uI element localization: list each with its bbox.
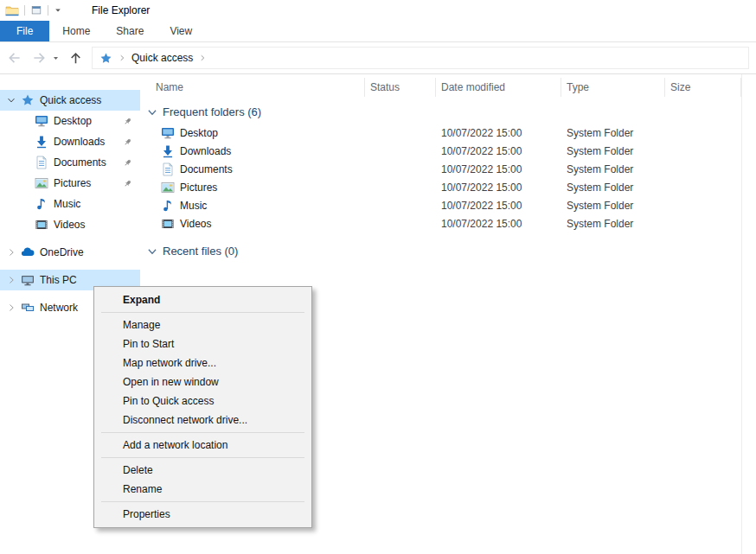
toolbar-separator	[48, 5, 48, 16]
explorer-app-icon[interactable]	[5, 3, 19, 17]
context-menu-item-manage[interactable]: Manage	[94, 315, 311, 334]
file-date-modified: 10/07/2022 15:00	[436, 127, 561, 139]
sidebar-item-label: OneDrive	[40, 246, 84, 258]
pin-icon	[123, 158, 132, 168]
file-date-modified: 10/07/2022 15:00	[436, 163, 561, 175]
address-bar[interactable]: Quick access	[92, 47, 749, 69]
documents-icon	[35, 156, 48, 169]
file-date-modified: 10/07/2022 15:00	[436, 200, 561, 212]
group-header-frequent-folders[interactable]: Frequent folders (6)	[147, 105, 756, 118]
file-rows: Desktop 10/07/2022 15:00 System Folder D…	[140, 124, 756, 232]
sidebar-item-pictures[interactable]: Pictures	[0, 173, 140, 194]
tab-view[interactable]: View	[157, 21, 205, 41]
context-menu-item-add-network-location[interactable]: Add a network location	[94, 436, 311, 455]
file-explorer-window: File Explorer File Home Share View Quick…	[0, 0, 756, 554]
context-menu-item-pin-to-start[interactable]: Pin to Start	[94, 334, 311, 353]
up-button[interactable]	[68, 51, 83, 66]
column-edge-divider	[741, 74, 742, 554]
file-row-videos[interactable]: Videos 10/07/2022 15:00 System Folder	[140, 214, 756, 232]
file-name-cell: Documents	[140, 162, 365, 176]
this-pc-icon	[21, 273, 35, 287]
toolbar-separator	[24, 5, 25, 16]
chevron-right-icon[interactable]	[7, 303, 16, 312]
title-bar: File Explorer	[0, 0, 756, 21]
music-icon	[35, 197, 48, 211]
desktop-icon	[161, 126, 175, 140]
column-header-status[interactable]: Status	[365, 78, 436, 97]
onedrive-icon	[21, 245, 35, 259]
breadcrumb-chevron-icon[interactable]	[119, 54, 125, 61]
file-row-downloads[interactable]: Downloads 10/07/2022 15:00 System Folder	[140, 142, 756, 160]
tab-share[interactable]: Share	[103, 21, 157, 41]
documents-icon	[161, 162, 175, 176]
chevron-down-icon	[147, 246, 157, 257]
context-menu-item-properties[interactable]: Properties	[94, 505, 311, 524]
sidebar-item-documents[interactable]: Documents	[0, 152, 140, 173]
sidebar-item-label: This PC	[40, 274, 77, 286]
chevron-right-icon[interactable]	[7, 276, 16, 284]
file-date-modified: 10/07/2022 15:00	[436, 218, 561, 230]
context-menu-item-expand[interactable]: Expand	[94, 290, 311, 309]
column-headers: Name Status Date modified Type Size	[140, 78, 756, 97]
tab-file[interactable]: File	[0, 21, 49, 41]
sidebar-item-music[interactable]: Music	[0, 194, 140, 214]
file-row-documents[interactable]: Documents 10/07/2022 15:00 System Folder	[140, 160, 756, 178]
back-button[interactable]	[7, 50, 22, 66]
sidebar-item-label: Pictures	[54, 177, 91, 189]
recent-locations-caret-icon[interactable]	[52, 54, 60, 62]
context-menu-item-rename[interactable]: Rename	[94, 480, 311, 499]
group-label: Frequent folders (6)	[163, 105, 261, 118]
file-name: Desktop	[180, 127, 218, 139]
pin-icon	[123, 117, 132, 126]
file-row-pictures[interactable]: Pictures 10/07/2022 15:00 System Folder	[140, 178, 756, 196]
column-header-size[interactable]: Size	[665, 78, 741, 97]
group-header-recent-files[interactable]: Recent files (0)	[147, 245, 756, 258]
sidebar-item-onedrive[interactable]: OneDrive	[0, 242, 140, 263]
context-menu-item-delete[interactable]: Delete	[94, 461, 311, 480]
sidebar-item-label: Videos	[54, 219, 85, 231]
file-name: Music	[180, 200, 207, 212]
file-name-cell: Music	[140, 199, 365, 213]
forward-button[interactable]	[31, 50, 47, 66]
sidebar-item-label: Downloads	[54, 136, 105, 148]
sidebar-item-videos[interactable]: Videos	[0, 214, 140, 235]
quick-access-toolbar-icon[interactable]	[30, 4, 42, 16]
chevron-down-icon	[147, 107, 157, 118]
context-menu-item-pin-to-quick-access[interactable]: Pin to Quick access	[94, 392, 311, 411]
file-type: System Folder	[561, 200, 665, 212]
file-row-music[interactable]: Music 10/07/2022 15:00 System Folder	[140, 196, 756, 214]
file-name-cell: Videos	[140, 217, 365, 231]
context-menu-item-open-in-new-window[interactable]: Open in new window	[94, 373, 311, 392]
file-type: System Folder	[561, 181, 665, 194]
context-menu: Expand Manage Pin to Start Map network d…	[93, 286, 312, 528]
file-type: System Folder	[561, 145, 665, 157]
sidebar-item-label: Documents	[54, 156, 106, 169]
file-row-desktop[interactable]: Desktop 10/07/2022 15:00 System Folder	[140, 124, 756, 142]
sidebar-item-quick-access[interactable]: Quick access	[0, 90, 140, 111]
chevron-right-icon[interactable]	[7, 248, 16, 257]
file-name: Pictures	[180, 181, 217, 194]
column-header-date-modified[interactable]: Date modified	[436, 78, 561, 97]
sidebar-item-desktop[interactable]: Desktop	[0, 111, 140, 131]
column-header-type[interactable]: Type	[561, 78, 665, 97]
chevron-down-icon[interactable]	[7, 96, 16, 105]
sidebar-item-downloads[interactable]: Downloads	[0, 131, 140, 152]
customize-toolbar-caret-icon[interactable]	[54, 6, 62, 15]
file-name-cell: Pictures	[140, 181, 365, 194]
context-menu-item-disconnect-network-drive[interactable]: Disconnect network drive...	[94, 411, 311, 430]
file-name: Videos	[180, 218, 211, 230]
pictures-icon	[161, 181, 175, 194]
breadcrumb-chevron-icon[interactable]	[199, 54, 206, 61]
ribbon-tabs: File Home Share View	[0, 21, 756, 42]
file-name-cell: Desktop	[140, 126, 365, 140]
sidebar-item-label: Quick access	[40, 94, 101, 106]
file-name-cell: Downloads	[140, 144, 365, 158]
tab-home[interactable]: Home	[49, 21, 103, 41]
breadcrumb-quick-access[interactable]: Quick access	[131, 52, 193, 64]
context-menu-item-map-network-drive[interactable]: Map network drive...	[94, 353, 311, 373]
column-header-name[interactable]: Name	[140, 78, 365, 97]
sidebar-item-label: Network	[40, 302, 78, 314]
music-icon	[161, 199, 175, 213]
navigation-bar: Quick access	[0, 42, 756, 74]
file-type: System Folder	[561, 218, 665, 230]
